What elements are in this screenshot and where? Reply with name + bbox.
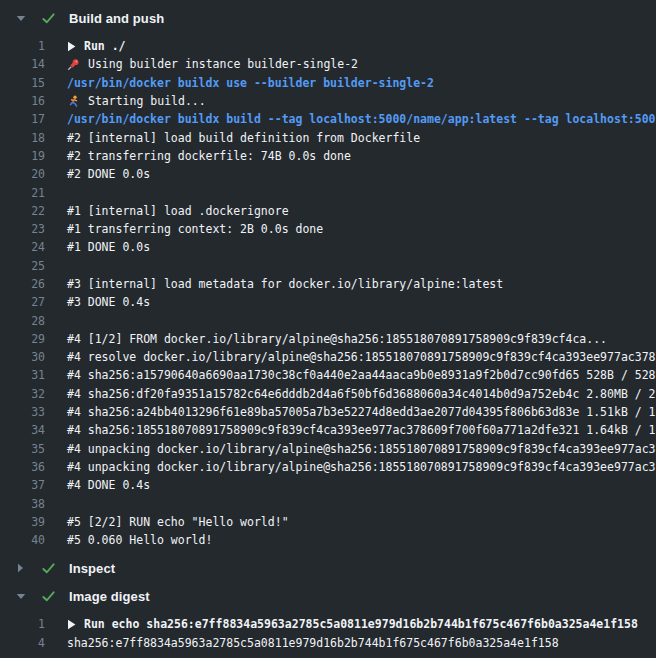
line-number[interactable]: 40 (0, 533, 45, 547)
log-text: #5 0.060 Hello world! (67, 533, 212, 547)
log-text-content: #5 0.060 Hello world! (67, 533, 212, 547)
line-number[interactable]: 18 (0, 131, 45, 145)
log-line: 38 (0, 494, 656, 512)
line-number[interactable]: 22 (0, 204, 45, 218)
line-number[interactable]: 19 (0, 149, 45, 163)
log-text-content: Run echo sha256:e7ff8834a5963a2785c5a081… (84, 617, 638, 631)
play-icon[interactable] (67, 41, 76, 52)
line-number[interactable]: 26 (0, 277, 45, 291)
log-text: #4 sha256:185518070891758909c9f839cf4ca3… (67, 423, 656, 437)
section-body-build-and-push: 1Run ./14Using builder instance builder-… (0, 32, 656, 554)
log-line: 27#3 DONE 0.4s (0, 293, 656, 311)
log-line: 36#4 unpacking docker.io/library/alpine@… (0, 458, 656, 476)
chevron-down-icon[interactable] (15, 593, 26, 600)
line-number[interactable]: 25 (0, 259, 45, 273)
log-text-content: Starting build... (88, 94, 206, 108)
log-line: 33#4 sha256:a24bb4013296f61e89ba57005a7b… (0, 403, 656, 421)
log-text: Using builder instance builder-single-2 (67, 57, 358, 71)
log-text-content: #2 DONE 0.0s (67, 167, 150, 181)
log-text: #2 [internal] load build definition from… (67, 131, 420, 145)
runner-icon (67, 95, 80, 108)
line-number[interactable]: 38 (0, 497, 45, 511)
log-text-content: Run ./ (84, 39, 126, 53)
line-number[interactable]: 35 (0, 442, 45, 456)
log-line: 4sha256:e7ff8834a5963a2785c5a0811e979d16… (0, 634, 656, 652)
log-text-content: #4 unpacking docker.io/library/alpine@sh… (67, 460, 656, 474)
log-line: 18#2 [internal] load build definition fr… (0, 128, 656, 146)
line-number[interactable]: 1 (0, 39, 45, 53)
section-header-image-digest[interactable]: Image digest (0, 582, 656, 610)
line-number[interactable]: 21 (0, 186, 45, 200)
chevron-right-icon[interactable] (15, 563, 26, 573)
line-number[interactable]: 20 (0, 167, 45, 181)
line-number[interactable]: 37 (0, 478, 45, 492)
line-number[interactable]: 32 (0, 387, 45, 401)
line-number[interactable]: 30 (0, 350, 45, 364)
log-text: #1 [internal] load .dockerignore (67, 204, 289, 218)
line-number[interactable]: 34 (0, 423, 45, 437)
log-text: #5 [2/2] RUN echo "Hello world!" (67, 515, 289, 529)
log-line: 31#4 sha256:a15790640a6690aa1730c38cf0a4… (0, 366, 656, 384)
log-line: 40#5 0.060 Hello world! (0, 531, 656, 549)
play-icon[interactable] (67, 619, 76, 630)
log-text: #4 sha256:a15790640a6690aa1730c38cf0a440… (67, 368, 656, 382)
log-line: 37#4 DONE 0.4s (0, 476, 656, 494)
log-line: 21 (0, 183, 656, 201)
section-header-build-and-push[interactable]: Build and push (0, 4, 656, 32)
check-success-icon (41, 11, 56, 26)
line-number[interactable]: 16 (0, 94, 45, 108)
line-number[interactable]: 36 (0, 460, 45, 474)
log-text-content: #1 [internal] load .dockerignore (67, 204, 289, 218)
workflow-log-viewer: Build and push1Run ./14Using builder ins… (0, 0, 656, 658)
pushpin-icon (67, 58, 80, 71)
log-line: 39#5 [2/2] RUN echo "Hello world!" (0, 513, 656, 531)
log-line: 28 (0, 311, 656, 329)
log-text: Run echo sha256:e7ff8834a5963a2785c5a081… (67, 617, 638, 631)
line-number[interactable]: 29 (0, 332, 45, 346)
section-title: Build and push (69, 11, 164, 26)
log-text: #1 DONE 0.0s (67, 240, 150, 254)
line-number[interactable]: 15 (0, 76, 45, 90)
log-text: #4 resolve docker.io/library/alpine@sha2… (67, 350, 656, 364)
line-number[interactable]: 39 (0, 515, 45, 529)
section-title: Inspect (69, 561, 115, 576)
chevron-down-icon[interactable] (15, 15, 26, 22)
line-number[interactable]: 17 (0, 112, 45, 126)
line-number[interactable]: 23 (0, 222, 45, 236)
log-text-content: #2 transferring dockerfile: 74B 0.0s don… (67, 149, 351, 163)
section-title: Image digest (69, 589, 150, 604)
log-line: 26#3 [internal] load metadata for docker… (0, 275, 656, 293)
log-text-content: #4 sha256:df20fa9351a15782c64e6dddb2d4a6… (67, 387, 656, 401)
line-number[interactable]: 4 (0, 636, 45, 650)
log-text: Starting build... (67, 94, 206, 108)
line-number[interactable]: 28 (0, 314, 45, 328)
line-number[interactable]: 31 (0, 368, 45, 382)
log-line: 14Using builder instance builder-single-… (0, 55, 656, 73)
line-number[interactable]: 27 (0, 295, 45, 309)
log-text: #4 unpacking docker.io/library/alpine@sh… (67, 460, 656, 474)
log-line: 23#1 transferring context: 2B 0.0s done (0, 220, 656, 238)
log-text-content: #1 DONE 0.0s (67, 240, 150, 254)
line-number[interactable]: 24 (0, 240, 45, 254)
log-line: 34#4 sha256:185518070891758909c9f839cf4c… (0, 421, 656, 439)
section-header-inspect[interactable]: Inspect (0, 554, 656, 582)
log-line: 32#4 sha256:df20fa9351a15782c64e6dddb2d4… (0, 385, 656, 403)
log-text: #4 DONE 0.4s (67, 478, 150, 492)
line-number[interactable]: 14 (0, 57, 45, 71)
line-number[interactable]: 33 (0, 405, 45, 419)
log-text: #2 DONE 0.0s (67, 167, 150, 181)
check-success-icon (41, 589, 56, 604)
log-text: /usr/bin/docker buildx use --builder bui… (67, 76, 434, 90)
log-text: #4 sha256:a24bb4013296f61e89ba57005a7b3e… (67, 405, 656, 419)
log-line: 1Run ./ (0, 37, 656, 55)
log-text: #3 DONE 0.4s (67, 295, 150, 309)
log-text-content: #5 [2/2] RUN echo "Hello world!" (67, 515, 289, 529)
log-text-content: #4 sha256:a24bb4013296f61e89ba57005a7b3e… (67, 405, 656, 419)
section-body-image-digest: 1Run echo sha256:e7ff8834a5963a2785c5a08… (0, 610, 656, 657)
log-sections: Build and push1Run ./14Using builder ins… (0, 4, 656, 657)
log-text-content: Using builder instance builder-single-2 (88, 57, 358, 71)
log-line: 22#1 [internal] load .dockerignore (0, 202, 656, 220)
line-number[interactable]: 1 (0, 617, 45, 631)
log-text-content: /usr/bin/docker buildx use --builder bui… (67, 76, 434, 90)
log-text: #3 [internal] load metadata for docker.i… (67, 277, 503, 291)
